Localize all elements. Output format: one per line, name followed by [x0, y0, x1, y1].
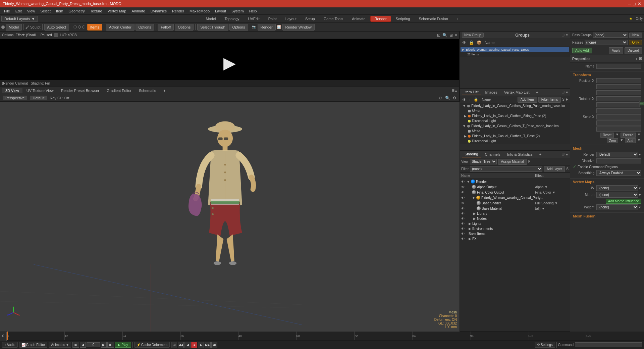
close-icon[interactable]: ✕: [638, 1, 641, 6]
groups-expand-icon[interactable]: ⊞: [561, 33, 565, 37]
pos-z-input[interactable]: 0 m: [596, 90, 641, 95]
preview-menu-btn[interactable]: ≡: [455, 33, 457, 38]
items-tab-add[interactable]: +: [533, 90, 541, 95]
vp-settings3-btn[interactable]: ⚙: [453, 96, 457, 100]
smoothing-select[interactable]: Always Enabled: [596, 170, 641, 176]
transport-btn4[interactable]: ▶: [198, 342, 204, 348]
vtab-3dview[interactable]: 3D View: [2, 88, 22, 93]
vtab-render-preset[interactable]: Render Preset Browser: [58, 88, 103, 93]
scene-item-7[interactable]: Directional Light: [460, 139, 570, 144]
perspective-btn[interactable]: Perspective: [3, 96, 27, 100]
pass-groups-select[interactable]: (none): [593, 33, 628, 38]
dissolve-input[interactable]: 0.0 %: [596, 158, 641, 163]
groups-menu-icon[interactable]: ≡: [566, 33, 568, 37]
mesh-fusion-title[interactable]: Mesh Fusion: [573, 214, 641, 218]
shader-row-alpha[interactable]: 👁 Alpha Output Alpha ▼: [460, 184, 570, 190]
items-vis-icon[interactable]: 👁: [462, 98, 467, 102]
menu-vertex-map[interactable]: Vertex Map: [105, 8, 129, 14]
shader-row-library[interactable]: 👁 ▶ Library: [460, 211, 570, 216]
scene-item-2[interactable]: ▶ Elderly_Lady_in_Casual_Clothes_Siting_…: [460, 113, 570, 118]
groups-new-btn[interactable]: New Group: [462, 33, 484, 38]
menu-file[interactable]: File: [1, 8, 13, 14]
menu-maxtomodo[interactable]: MaxToModo: [187, 8, 212, 14]
tab-render[interactable]: Render: [370, 16, 391, 22]
props-expand-icon[interactable]: +: [636, 57, 638, 61]
assign-material-btn[interactable]: Assign Material: [498, 159, 527, 165]
options1-btn[interactable]: Options: [136, 24, 154, 31]
rot-y-input[interactable]: 0.0 °: [596, 102, 641, 107]
zero-btn[interactable]: Zero: [607, 138, 619, 143]
minimize-icon[interactable]: ─: [628, 1, 631, 6]
groups-item-0[interactable]: ▶ Elderly_Woman_wearing_Casual_Party_Dre…: [461, 47, 569, 52]
settings-btn[interactable]: ⚙ Settings: [535, 342, 555, 348]
shader-tab-add[interactable]: +: [537, 152, 544, 157]
reset-btn[interactable]: Reset: [600, 133, 614, 138]
shader-row-render[interactable]: 👁 ▼ Render: [460, 179, 570, 184]
animated-btn[interactable]: Animated ▼: [49, 342, 71, 348]
pb-end-btn[interactable]: ⏭: [107, 342, 114, 348]
menu-layout[interactable]: Layout: [212, 8, 229, 14]
viewport-menu-btn[interactable]: ≡: [455, 89, 457, 93]
apply-btn[interactable]: Apply: [609, 47, 623, 54]
preview-play-btn[interactable]: ▶: [223, 53, 236, 72]
auto-select-btn[interactable]: Auto Select: [44, 24, 69, 31]
tab-setup[interactable]: Setup: [301, 16, 319, 21]
preview-fit-btn[interactable]: ⊡: [437, 33, 440, 38]
items-menu-icon[interactable]: ≡: [566, 90, 568, 94]
pos-x-input[interactable]: 0 m: [596, 78, 641, 83]
sculpt-mode-btn[interactable]: 🖊 Sculpt: [25, 25, 41, 29]
shader-tab-channels[interactable]: Channels: [482, 152, 503, 157]
vtab-add[interactable]: +: [160, 88, 169, 93]
play-btn[interactable]: ▶ Play: [115, 342, 131, 348]
preview-zoom-btn[interactable]: 🔍: [442, 33, 447, 38]
vertex-maps-title[interactable]: Vertex Maps: [573, 180, 641, 184]
menu-select[interactable]: Select: [38, 8, 53, 14]
tab-topology[interactable]: Topology: [220, 16, 243, 21]
vtab-uvtexture[interactable]: UV Texture View: [23, 88, 57, 93]
transport-btn5[interactable]: ▶▶: [205, 342, 211, 348]
gt-icon3[interactable]: 📦: [476, 40, 483, 45]
graph-editor-btn[interactable]: 📈 Graph Editor: [19, 342, 48, 348]
freeze-btn[interactable]: Freeze: [621, 133, 636, 138]
tab-paint[interactable]: Paint: [264, 16, 281, 21]
pb-start-btn[interactable]: ⏮: [72, 342, 79, 348]
scene-item-0[interactable]: ▼ Elderly_Lady_in_Casual_Clothes_Siting_…: [460, 103, 570, 108]
shader-row-bakeitems[interactable]: 👁 Bake Items: [460, 231, 570, 236]
scene-item-4[interactable]: ▼ Elderly_Lady_in_Casual_Clothes_T_Pose_…: [460, 123, 570, 129]
viewport-expand-btn[interactable]: ⊞: [451, 88, 454, 93]
audio-btn[interactable]: ♪ Audio: [2, 342, 18, 348]
side-tab-icon[interactable]: |: [640, 102, 644, 105]
scale-x-input[interactable]: 100.0 %: [596, 114, 641, 119]
items-add-icon[interactable]: +: [468, 98, 472, 102]
menu-render[interactable]: Render: [169, 8, 187, 14]
vtab-schematic[interactable]: Schematic: [136, 88, 159, 93]
vp-settings2-btn[interactable]: 🔍: [445, 96, 450, 100]
shader-tab-info[interactable]: Info & Statistics: [504, 152, 535, 157]
mesh-title[interactable]: Mesh: [573, 146, 641, 150]
vp-settings1-btn[interactable]: ⊙: [439, 96, 442, 100]
shader-tree-select[interactable]: Shader Tree: [470, 159, 497, 164]
gt-icon1[interactable]: 👁: [461, 40, 467, 45]
preview-pause-icon[interactable]: [54, 33, 58, 37]
menu-edit[interactable]: Edit: [13, 8, 24, 14]
render-window-btn[interactable]: Render Window: [282, 24, 315, 31]
scale-z-input[interactable]: 100.0 %: [596, 127, 641, 132]
menu-texture[interactable]: Texture: [88, 8, 105, 14]
preview-fullscreen-btn[interactable]: ⊞: [449, 33, 453, 38]
viewport-3d[interactable]: X Z Y Mesh Channels: 0 Deformers: ON GL:…: [0, 102, 460, 332]
menu-view[interactable]: View: [24, 8, 38, 14]
scene-item-1[interactable]: Mesh: [460, 108, 570, 113]
cache-deformers-btn[interactable]: ⚡ Cache Deformers: [134, 342, 170, 348]
layouts-dropdown[interactable]: Default Layouts ▼: [1, 16, 38, 22]
vtab-gradient[interactable]: Gradient Editor: [103, 88, 135, 93]
passes-select[interactable]: (none): [585, 40, 628, 45]
menu-geometry[interactable]: Geometry: [66, 8, 87, 14]
timeline-ruler[interactable]: 0 12 24 36 48 60 72 84 96 108 120: [7, 332, 644, 341]
rot-z-input[interactable]: 0.0 °: [596, 108, 641, 113]
menu-system[interactable]: System: [229, 8, 247, 14]
pb-next-btn[interactable]: ▶: [101, 342, 107, 348]
shader-tab-shading[interactable]: Shading: [462, 151, 481, 157]
tab-scripting[interactable]: Scripting: [392, 16, 414, 21]
add-layer-btn[interactable]: Add Layer: [544, 166, 565, 172]
auto-add-btn[interactable]: Auto Add: [572, 48, 592, 53]
